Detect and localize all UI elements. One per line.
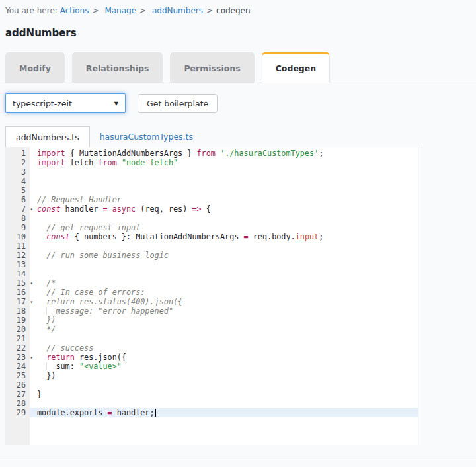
gutter-line-number: 11 — [5, 241, 30, 251]
indent-guide — [46, 307, 47, 315]
codegen-toolbar: typescript-zeit ▼ Get boilerplate — [5, 93, 218, 113]
breadcrumb-link-actions[interactable]: Actions — [60, 6, 89, 15]
code-line[interactable]: return res.json({ — [30, 353, 418, 362]
gutter-line-number: 14 — [5, 269, 30, 278]
code-line[interactable]: sum: "<value>" — [30, 362, 418, 371]
gutter-line-number: 17▾ — [5, 297, 30, 306]
gutter-line-number: 3 — [5, 167, 30, 177]
code-line[interactable] — [30, 167, 418, 177]
framework-select-value: typescript-zeit — [13, 99, 72, 108]
code-line[interactable]: }) — [30, 371, 418, 380]
gutter-line-number: 10 — [5, 232, 30, 241]
main-tabs: ModifyRelationshipsPermissionsCodegen — [0, 52, 476, 83]
gutter-line-number: 19 — [5, 316, 30, 325]
gutter-line-number: 5 — [5, 186, 30, 195]
gutter-line-number: 7▾ — [5, 204, 30, 214]
breadcrumb-separator: > — [206, 6, 213, 15]
code-line[interactable]: }) — [30, 316, 418, 325]
text-cursor — [155, 409, 156, 417]
code-line[interactable]: // run some business logic — [30, 251, 418, 260]
code-line[interactable] — [30, 380, 418, 390]
framework-select[interactable]: typescript-zeit ▼ — [5, 93, 126, 113]
code-editor[interactable]: 1234567▾89101112131415▾1617▾181920212223… — [5, 147, 418, 445]
code-line[interactable]: */ — [30, 325, 418, 334]
breadcrumb-separator: > — [139, 6, 146, 15]
breadcrumb-separator: > — [92, 6, 99, 15]
fold-toggle-icon[interactable]: ▾ — [30, 353, 33, 362]
fold-toggle-icon[interactable]: ▾ — [30, 279, 33, 288]
gutter-line-number: 4 — [5, 177, 30, 186]
tab-permissions[interactable]: Permissions — [170, 52, 254, 83]
code-line[interactable] — [30, 241, 418, 251]
gutter-line-number: 8 — [5, 214, 30, 223]
code-line[interactable] — [30, 214, 418, 223]
gutter-line-number: 22 — [5, 343, 30, 353]
code-line[interactable]: // In case of errors: — [30, 288, 418, 297]
gutter-line-number: 15▾ — [5, 278, 30, 288]
code-line[interactable] — [30, 186, 418, 195]
code-line[interactable]: /* — [30, 278, 418, 288]
breadcrumb: You are here: Actions> Manage> addNumber… — [5, 6, 251, 15]
code-line[interactable]: const handler = async (req, res) => { — [30, 204, 418, 214]
code-line[interactable] — [30, 334, 418, 343]
gutter-line-number: 27 — [5, 390, 30, 399]
file-tab-hasuracustomtypes-ts[interactable]: hasuraCustomTypes.ts — [90, 126, 203, 147]
gutter-line-number: 29 — [5, 408, 30, 417]
gutter-line-number: 6 — [5, 195, 30, 204]
breadcrumb-current: codegen — [216, 6, 251, 15]
gutter-line-number: 1 — [5, 149, 30, 158]
code-line[interactable] — [30, 399, 418, 408]
fold-toggle-icon[interactable]: ▾ — [30, 205, 33, 214]
gutter-line-number: 16 — [5, 288, 30, 297]
breadcrumb-link-addnumbers[interactable]: addNumbers — [152, 6, 203, 15]
fold-toggle-icon[interactable]: ▾ — [30, 298, 33, 307]
bottom-divider — [0, 458, 476, 458]
gutter-line-number: 25 — [5, 371, 30, 380]
file-tab-addnumbers-ts[interactable]: addNumbers.ts — [5, 126, 90, 147]
indent-guide — [46, 362, 47, 370]
code-line[interactable]: // success — [30, 343, 418, 353]
code-line[interactable]: message: "error happened" — [30, 306, 418, 316]
gutter-line-number: 24 — [5, 362, 30, 371]
code-line[interactable]: const { numbers }: MutationAddNumbersArg… — [30, 232, 418, 241]
editor-gutter: 1234567▾89101112131415▾1617▾181920212223… — [5, 147, 30, 445]
gutter-line-number: 9 — [5, 223, 30, 232]
gutter-line-number: 20 — [5, 325, 30, 334]
code-line[interactable] — [30, 260, 418, 269]
code-line[interactable]: // Request Handler — [30, 195, 418, 204]
chevron-down-icon: ▼ — [114, 101, 118, 106]
code-line[interactable]: } — [30, 390, 418, 399]
gutter-line-number: 13 — [5, 260, 30, 269]
code-line[interactable]: return res.status(400).json({ — [30, 297, 418, 306]
gutter-line-number: 26 — [5, 380, 30, 390]
gutter-line-number: 2 — [5, 158, 30, 167]
code-line[interactable]: // get request input — [30, 223, 418, 232]
tab-relationships[interactable]: Relationships — [72, 52, 163, 83]
gutter-line-number: 28 — [5, 399, 30, 408]
code-line[interactable] — [30, 177, 418, 186]
page-title: addNumbers — [5, 27, 77, 39]
file-tabs: addNumbers.tshasuraCustomTypes.ts — [5, 126, 203, 147]
gutter-line-number: 18 — [5, 306, 30, 316]
gutter-line-number: 23▾ — [5, 353, 30, 362]
tab-codegen[interactable]: Codegen — [262, 52, 331, 83]
editor-code-area[interactable]: import { MutationAddNumbersArgs } from '… — [30, 147, 418, 445]
breadcrumb-link-manage[interactable]: Manage — [104, 6, 136, 15]
get-boilerplate-button[interactable]: Get boilerplate — [138, 94, 218, 113]
gutter-line-number: 21 — [5, 334, 30, 343]
code-line[interactable] — [30, 269, 418, 278]
gutter-line-number: 12 — [5, 251, 30, 260]
breadcrumb-prefix: You are here: — [5, 6, 58, 15]
code-line[interactable]: import { MutationAddNumbersArgs } from '… — [30, 149, 418, 158]
code-line[interactable]: import fetch from "node-fetch" — [30, 158, 418, 167]
code-line[interactable]: module.exports = handler; — [30, 408, 418, 417]
tab-modify[interactable]: Modify — [5, 52, 65, 83]
